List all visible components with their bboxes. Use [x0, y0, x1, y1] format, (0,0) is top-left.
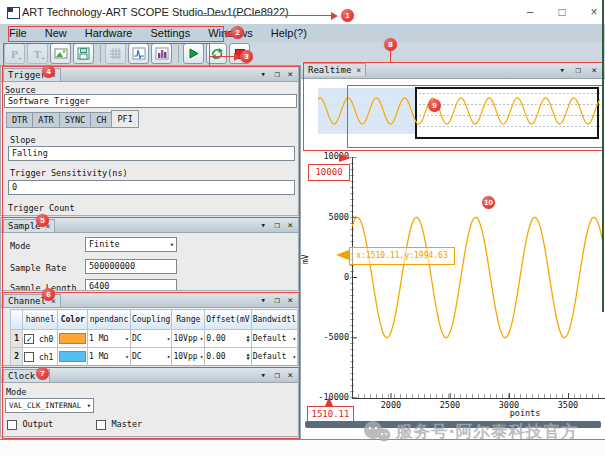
add-t-button[interactable]: T + — [27, 43, 48, 64]
menu-hardware[interactable]: Hardware — [76, 27, 142, 39]
menu-help[interactable]: Help(?) — [262, 27, 316, 39]
channel-table-header: hannel Color npendanc Coupling Range Off… — [11, 310, 298, 330]
loop-arrows-icon — [210, 47, 224, 60]
float-window-icon[interactable]: ❐ — [275, 295, 280, 305]
channel-panel: Channel× ▾ ❐ × hannel Color npendanc Cou… — [0, 292, 299, 366]
chevron-down-icon: ▾ — [200, 335, 204, 342]
col-impedance: npendanc — [88, 310, 131, 330]
menu-new[interactable]: New — [36, 27, 76, 39]
coupling-combobox[interactable]: DC▾ — [132, 352, 171, 361]
close-tab-icon[interactable]: × — [356, 66, 361, 75]
sensitivity-label: Trigger Sensitivity(ns) — [10, 168, 128, 178]
channel-name: ch0 — [39, 334, 53, 343]
output-checkbox[interactable] — [7, 420, 17, 430]
chart-waveform — [352, 157, 604, 398]
range-combobox[interactable]: 10Vpp▾ — [173, 352, 203, 361]
trigger-count-label: Trigger Count — [8, 203, 75, 213]
annotation-stem-line — [390, 50, 391, 63]
bandwidth-combobox[interactable]: Default▾ — [253, 352, 296, 361]
minimize-button[interactable]: – — [521, 4, 539, 20]
tab-sync[interactable]: SYNC — [59, 112, 90, 128]
dock-menu-icon[interactable]: ▾ — [261, 370, 266, 380]
sample-panel: Sample× ▾ ❐ × Mode Finite ▾ Sample Rate … — [0, 217, 299, 291]
impedance-combobox[interactable]: 1 MΩ▾ — [89, 334, 129, 343]
save-button[interactable] — [73, 43, 94, 64]
dock-menu-icon[interactable]: ▾ — [261, 220, 266, 230]
dock-menu-icon[interactable]: ▾ — [560, 65, 565, 75]
channel-name: ch1 — [39, 352, 53, 361]
coupling-combobox[interactable]: DC▾ — [132, 334, 171, 343]
sensitivity-input[interactable]: 0 — [8, 180, 295, 195]
trigger-source-field[interactable]: Software Trigger — [4, 94, 297, 108]
offset-cell: ▲▼0.00 — [205, 330, 251, 348]
trigger-panel: Trigger× ▾ ❐ × Source Software Trigger D… — [0, 66, 299, 216]
close-button[interactable]: × — [585, 4, 603, 20]
color-swatch[interactable] — [59, 351, 86, 362]
offset-spinner[interactable]: ▲▼ — [247, 352, 250, 360]
clock-mode-combobox[interactable]: VAL_CLK_INTERNAL ▾ — [5, 398, 94, 413]
menu-file[interactable]: File — [0, 27, 36, 39]
tab-ch[interactable]: CH — [90, 112, 111, 128]
maximize-button[interactable]: □ — [553, 4, 571, 20]
bandwidth-cell: Default▾ — [251, 348, 297, 366]
sample-rate-label: Sample Rate — [10, 263, 66, 273]
y-axis-max-box[interactable]: 10000 — [308, 164, 350, 181]
grid-view-button[interactable] — [105, 43, 126, 64]
master-checkbox[interactable] — [96, 420, 106, 430]
close-panel-icon[interactable]: × — [592, 65, 597, 75]
add-p-button[interactable]: P + — [4, 43, 25, 64]
col-range: Range — [172, 310, 205, 330]
coupling-cell: DC▾ — [130, 330, 172, 348]
annotation-circle-5: 5 — [36, 214, 49, 227]
menu-settings[interactable]: Settings — [141, 27, 199, 39]
float-window-icon[interactable]: ❐ — [275, 220, 280, 230]
table-row: 1 ✓ ch0 1 MΩ▾ DC▾ 10Vpp▾ ▲▼0.00 Default▾ — [11, 330, 298, 348]
chevron-down-icon: ▾ — [292, 353, 296, 360]
float-window-icon[interactable]: ❐ — [275, 370, 280, 380]
tab-dtr[interactable]: DTR — [6, 112, 32, 128]
waveform-view-button[interactable] — [128, 43, 149, 64]
start-button[interactable] — [183, 43, 204, 64]
close-panel-icon[interactable]: × — [288, 370, 293, 380]
window-title: ART Technology-ART SCOPE Studio-Dev1(PCI… — [22, 6, 289, 18]
row-number: 1 — [11, 330, 23, 348]
continuous-button[interactable] — [206, 43, 227, 64]
annotation-circle-4: 4 — [42, 65, 55, 78]
color-swatch[interactable] — [59, 333, 86, 344]
offset-cell: ▲▼0.00 — [205, 348, 251, 366]
impedance-combobox[interactable]: 1 MΩ▾ — [89, 352, 129, 361]
dock-menu-icon[interactable]: ▾ — [261, 295, 266, 305]
close-panel-icon[interactable]: × — [288, 69, 293, 79]
y-axis-label: mV — [301, 254, 310, 264]
coupling-cell: DC▾ — [130, 348, 172, 366]
tab-pfi[interactable]: PFI — [111, 110, 138, 128]
tab-atr[interactable]: ATR — [32, 112, 58, 128]
sample-mode-combobox[interactable]: Finite ▾ — [85, 237, 177, 252]
cursor-up-arrow-icon — [325, 397, 333, 406]
close-panel-icon[interactable]: × — [288, 295, 293, 305]
annotation-circle-3: 3 — [240, 50, 253, 63]
close-panel-icon[interactable]: × — [288, 220, 293, 230]
range-combobox[interactable]: 10Vpp▾ — [173, 334, 203, 343]
color-cell — [58, 348, 88, 366]
channel-checkbox[interactable]: ✓ — [24, 334, 34, 344]
bandwidth-combobox[interactable]: Default▾ — [253, 334, 296, 343]
mode-label: Mode — [10, 241, 30, 251]
clock-mode-label: Mode — [6, 387, 26, 397]
float-window-icon[interactable]: ❐ — [275, 69, 280, 79]
chevron-down-icon: ▾ — [167, 353, 171, 360]
dock-menu-icon[interactable]: ▾ — [261, 69, 266, 79]
float-window-icon[interactable]: ❐ — [576, 65, 581, 75]
offset-spinner[interactable]: ▲▼ — [247, 334, 250, 342]
slope-combobox[interactable]: Falling — [8, 146, 295, 161]
sample-rate-input[interactable]: 500000000 — [85, 259, 177, 274]
annotation-arrow-line — [210, 56, 236, 57]
export-image-button[interactable] — [50, 43, 71, 64]
realtime-tab[interactable]: Realtime× — [303, 63, 366, 76]
toolbar-separator — [100, 45, 101, 63]
histogram-view-button[interactable] — [151, 43, 172, 64]
sample-length-input[interactable]: 6400 — [85, 279, 177, 291]
y-tick-neg5000: -5000 — [313, 332, 349, 342]
annotation-circle-2: 2 — [231, 26, 244, 39]
channel-checkbox[interactable] — [24, 352, 34, 362]
